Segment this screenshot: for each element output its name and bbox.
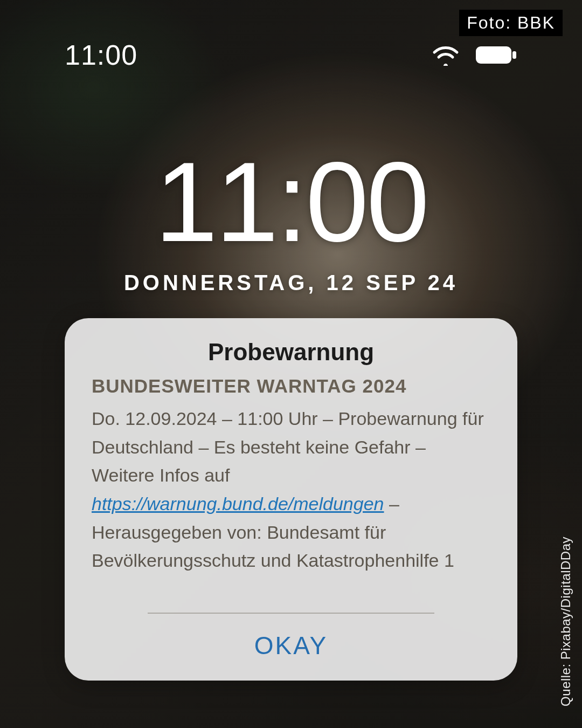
photo-credit: Foto: BBK	[459, 10, 563, 36]
svg-rect-0	[476, 46, 511, 64]
source-credit: Quelle: Pixabay/DigitalDDay	[558, 537, 573, 706]
alert-link[interactable]: https://warnung.bund.de/meldungen	[92, 493, 384, 514]
lock-time: 11:00	[0, 146, 582, 259]
lock-date: DONNERSTAG, 12 SEP 24	[0, 271, 582, 295]
alert-divider	[148, 613, 435, 614]
status-bar-right	[431, 44, 517, 66]
wifi-icon	[431, 44, 460, 66]
emergency-alert-card: Probewarnung BUNDESWEITER WARNTAG 2024 D…	[65, 318, 517, 681]
svg-rect-1	[512, 51, 516, 59]
battery-icon	[475, 45, 517, 65]
alert-subtitle: BUNDESWEITER WARNTAG 2024	[92, 375, 490, 397]
ok-button[interactable]: OKAY	[92, 623, 490, 665]
alert-body: Do. 12.09.2024 – 11:00 Uhr – Probewarnun…	[92, 404, 490, 575]
lock-clock: 11:00 DONNERSTAG, 12 SEP 24	[0, 146, 582, 295]
alert-title: Probewarnung	[92, 339, 490, 366]
lockscreen: Foto: BBK 11:00 11:00 DONNERSTAG, 12 SEP…	[0, 0, 582, 728]
status-bar-time: 11:00	[65, 39, 137, 71]
status-bar: 11:00	[0, 33, 582, 77]
alert-body-text-before: Do. 12.09.2024 – 11:00 Uhr – Probewarnun…	[92, 408, 484, 485]
